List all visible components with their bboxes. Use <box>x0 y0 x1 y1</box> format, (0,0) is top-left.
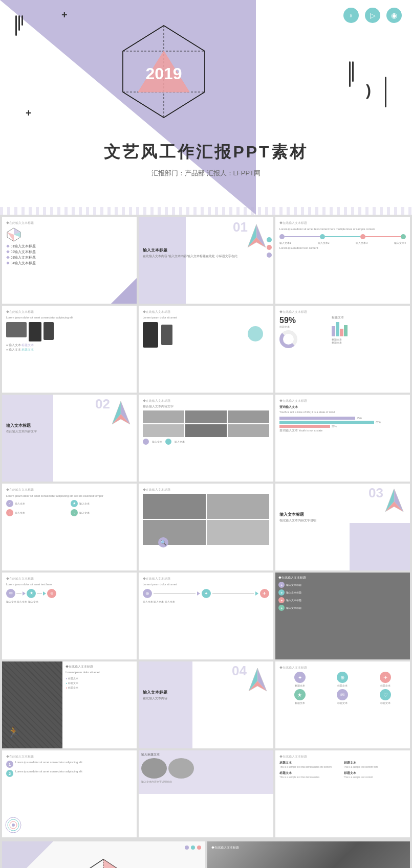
s5-header: ◆在此输入文本标题 <box>143 310 269 314</box>
s9-body: Youth is not a time of life; it is a sta… <box>279 410 406 415</box>
s1-diamond <box>6 227 21 242</box>
deco-c: ) <box>366 82 371 99</box>
s2-num: 01 <box>233 219 248 235</box>
s16-content: ◆在此输入文本标题 Lorem ipsum dolor sit amet ● 标… <box>62 661 137 748</box>
s17-num: 04 <box>232 663 247 679</box>
s7-num: 02 <box>95 396 110 412</box>
slide-city: ◆在此输入文本标题 <box>207 841 410 868</box>
s8-icons: 输入文本 输入文本 <box>143 439 269 445</box>
s19-circles <box>5 816 23 835</box>
slide-thumb-6: ◆在此输入文本标题 59% 标题文本 标题文本 <box>275 306 410 393</box>
s11-photos: 🔍 <box>143 494 269 545</box>
s15-overlay: ◆在此输入文本标题 ✦ 输入文本标题 ✦ 输入文本标题 ✦ 输入文本标题 <box>275 573 410 614</box>
s14-labels: 输入文本 输入文本 输入文本 <box>143 600 269 603</box>
s4-body: Lorem ipsum dolor sit amet consectetur a… <box>6 316 133 320</box>
s18-header: ◆在此输入文本标题 <box>279 666 406 670</box>
svg-text:2019: 2019 <box>145 64 182 83</box>
s1-item4: ◆ 04输入文本标题 <box>6 261 133 266</box>
s4-header: ◆在此输入文本标题 <box>6 310 133 314</box>
slide-agenda: AGENDA 输入文本标题 输入标题文本 稿 <box>2 841 205 868</box>
svg-line-4 <box>123 26 164 51</box>
s14-body: Lorem ipsum dolor sit amet <box>143 583 269 587</box>
slides-grid: ◆在此输入文本标题 ◆ 01输入文本标题 ◆ 02输入文本标题 ◆ 03输入文本… <box>0 215 412 839</box>
s1-header: ◆在此输入文本标题 <box>6 221 133 225</box>
city-label: ◆在此输入文本标题 <box>211 846 239 850</box>
bottom-row: AGENDA 输入文本标题 输入标题文本 稿 <box>0 839 412 868</box>
slide-thumb-4: ◆在此输入文本标题 Lorem ipsum dolor sit amet con… <box>2 306 137 393</box>
slide-thumb-14: ◆在此输入文本标题 Lorem ipsum dolor sit amet ⊕ ✦… <box>139 573 273 659</box>
s9-bars: 45% 62% 38% <box>279 417 406 428</box>
s3-desc: Lorem ipsum dolor text content <box>279 246 406 250</box>
s8-header: ◆在此输入文本标题 <box>143 399 269 403</box>
s1-corner <box>111 278 137 304</box>
s1-item3: ◆ 03输入文本标题 <box>6 256 133 260</box>
s7-purple-bg <box>2 395 53 482</box>
s9-header: ◆在此输入文本标题 <box>279 399 406 403</box>
s12-num: 03 <box>368 485 383 501</box>
slide-thumb-19: ◆在此输入文本标题 1 Lorem ipsum dolor sit amet c… <box>2 750 137 837</box>
s13-chain: ✉ ★ ⊕ <box>6 589 133 598</box>
slide-thumb-21: ◆在此输入文本标题 标题文本 This is a sample text tha… <box>275 750 410 837</box>
svg-line-9 <box>164 92 205 118</box>
hero-icons: ♀ ▷ ◉ <box>343 8 402 23</box>
icon-female: ♀ <box>343 8 359 23</box>
svg-line-8 <box>123 92 164 118</box>
svg-marker-14 <box>7 232 14 241</box>
s7-content: 输入文本标题 在此输入文本内容文字 <box>6 423 109 434</box>
icon-play: ▷ <box>365 8 380 23</box>
slide-thumb-17: 04 输入文本标题 在此输入文本内容 <box>139 661 273 748</box>
slide-thumb-3: ◆在此输入文本标题 Lorem ipsum dolor sit amet tex… <box>275 217 410 304</box>
slide-thumb-16: 🏃 ◆在此输入文本标题 Lorem ipsum dolor sit amet ●… <box>2 661 137 748</box>
slide-thumb-2: 01 输入文本标题 在此输入文本内容 输入文本内容 输入文本标题在此处 小标题文… <box>139 217 273 304</box>
deco-dash-5 <box>352 61 354 82</box>
slide-thumb-13: ◆在此输入文本标题 Lorem ipsum dolor sit amet tex… <box>2 573 137 659</box>
s10-items: ✓ 输入文本 ★ 输入文本 ♪ 输入文本 → 输入文本 <box>6 500 133 516</box>
s5-body: Lorem ipsum dolor sit amet <box>143 316 269 320</box>
s13-labels: 输入文本 输入文本 输入文本 <box>6 600 133 603</box>
slide-thumb-5: ◆在此输入文本标题 Lorem ipsum dolor sit amet <box>139 306 273 393</box>
s8-body: 整合输入文本内容文字 <box>143 405 269 409</box>
s11-header: ◆在此输入文本标题 <box>143 488 269 492</box>
s4-devices <box>6 322 133 341</box>
s17-purple-bg <box>139 661 192 748</box>
s12-purple-bg <box>350 523 410 571</box>
s5-circle <box>248 326 263 341</box>
slide-thumb-7: 02 输入文本标题 在此输入文本内容文字 <box>2 395 137 482</box>
s3-timeline <box>279 234 406 239</box>
hero-subtitle: 汇报部门：产品部 汇报人：LFPPT网 <box>0 169 412 178</box>
agenda-diamond: AGENDA <box>85 857 121 868</box>
s1-item1: ◆ 01输入文本标题 <box>6 244 133 249</box>
s20-content: 输入标题文本 输入文本内容文字说明在此 <box>139 750 273 786</box>
s16-photo: 🏃 <box>2 661 62 748</box>
slide-thumb-10: ◆在此输入文本标题 Lorem ipsum dolor sit amet con… <box>2 484 137 570</box>
s1-item2: ◆ 02输入文本标题 <box>6 250 133 255</box>
agenda-dots <box>185 846 201 850</box>
s10-body: Lorem ipsum dolor sit amet consectetur a… <box>6 494 133 498</box>
s6-header: ◆在此输入文本标题 <box>279 310 406 314</box>
s4-bullets: ● 输入文本 标题文本 ● 输入文本 标题文本 <box>6 344 133 352</box>
deco-dash-1 <box>15 15 17 36</box>
s13-body: Lorem ipsum dolor sit amet text here <box>6 583 133 587</box>
s9-desc: 查询输入文本 Youth is not a state <box>279 429 406 432</box>
s19-header: ◆在此输入文本标题 <box>6 755 133 759</box>
deco-plus-1: + <box>61 9 68 21</box>
s14-chain: ⊕ ✦ ✈ <box>143 589 269 598</box>
s2-plane <box>245 222 268 250</box>
s2-content: 输入文本标题 在此输入文本内容 输入文本内容 输入文本标题在此处 小标题文字在此 <box>143 247 245 259</box>
slide-thumb-11: ◆在此输入文本标题 🔍 <box>139 484 273 570</box>
deco-dash-3 <box>21 15 23 26</box>
svg-line-5 <box>164 26 205 51</box>
s21-header: ◆在此输入文本标题 <box>279 755 406 759</box>
s10-header: ◆在此输入文本标题 <box>6 488 133 492</box>
s13-header: ◆在此输入文本标题 <box>6 577 133 581</box>
hero-title: 文艺风工作汇报PPT素材 <box>0 141 412 164</box>
slide-thumb-1: ◆在此输入文本标题 ◆ 01输入文本标题 ◆ 02输入文本标题 ◆ 03输入文本… <box>2 217 137 304</box>
s3-labels: 输入文本1输入文本2输入文本3输入文本4 <box>279 241 406 244</box>
deco-dash-4 <box>349 61 351 87</box>
hero-slide: ♀ ▷ ◉ + + ) 2019 <box>0 0 412 215</box>
s2-purple-bg <box>139 217 186 304</box>
slide-thumb-12: 03 输入文本标题 在此输入文本内容文字说明 <box>275 484 410 570</box>
s18-grid: ✦ 标题文本 ⊕ 标题文本 ✈ 标题文本 ★ 标题文本 ✉ 标题文本 <box>279 672 406 704</box>
s3-body: Lorem ipsum dolor sit amet text content … <box>279 227 406 231</box>
slide-thumb-8: ◆在此输入文本标题 整合输入文本内容文字 输入文本 输入文本 <box>139 395 273 482</box>
